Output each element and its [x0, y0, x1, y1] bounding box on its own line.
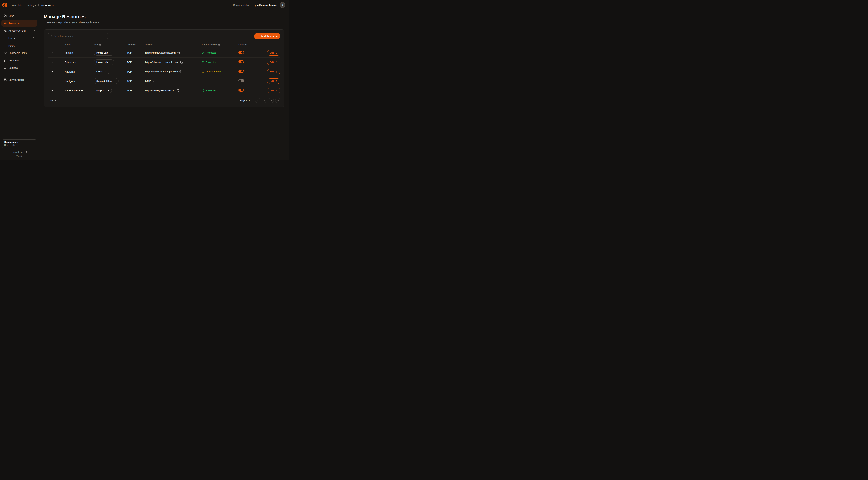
column-label: Authentication [202, 43, 217, 46]
sidebar-item-settings[interactable]: Settings [1, 64, 37, 71]
pangolin-logo-icon [2, 2, 11, 8]
copy-icon[interactable] [180, 61, 183, 63]
last-page-button[interactable] [275, 98, 280, 103]
breadcrumb-org[interactable]: home-lab [11, 4, 21, 6]
open-source-label: Open Source [12, 151, 24, 153]
sort-icon [72, 43, 74, 46]
first-page-button[interactable] [255, 98, 260, 103]
sidebar-item-api-keys[interactable]: API Keys [1, 57, 37, 64]
edit-button[interactable]: Edit [267, 69, 280, 74]
row-menu-button[interactable] [50, 70, 54, 73]
edit-button[interactable]: Edit [267, 60, 280, 65]
auth-label: Protected [206, 51, 216, 54]
access-port: 5432 [145, 80, 151, 82]
plus-icon [257, 35, 259, 37]
column-label: Name [65, 43, 71, 46]
page-size-select[interactable]: 20 [48, 97, 59, 103]
table-header: Name Site Protocol Access Authentication [48, 41, 280, 48]
column-header-authentication[interactable]: Authentication [202, 43, 239, 46]
chevron-right-icon [270, 99, 273, 102]
enabled-toggle[interactable] [239, 70, 244, 73]
organization-selector[interactable]: Organization Home Lab [2, 139, 37, 148]
access-url: https://battery.example.com [145, 89, 175, 92]
key-icon [4, 59, 6, 62]
copy-icon[interactable] [177, 89, 180, 92]
sidebar-item-access-control[interactable]: Access Control [1, 27, 37, 34]
add-resource-button[interactable]: Add Resource [254, 33, 280, 39]
version-label: v1.3.0 [2, 155, 37, 157]
search-input[interactable] [54, 35, 106, 37]
search-box [48, 33, 108, 39]
sidebar-item-sites[interactable]: Sites [1, 12, 37, 19]
edit-button[interactable]: Edit [267, 79, 280, 84]
site-badge[interactable]: Office [94, 69, 110, 74]
copy-icon[interactable] [177, 52, 180, 54]
auth-status: Protected [202, 89, 239, 92]
column-header-site[interactable]: Site [94, 43, 127, 46]
site-badge[interactable]: Second Office [94, 78, 119, 84]
edit-label: Edit [270, 61, 274, 63]
sidebar-item-roles[interactable]: Roles [1, 42, 37, 49]
column-header-protocol: Protocol [127, 43, 145, 46]
page-subtitle: Create secure proxies to your private ap… [44, 21, 284, 24]
combine-icon [4, 14, 6, 18]
sidebar-item-label: API Keys [8, 59, 19, 62]
organization-label: Organization [4, 141, 18, 143]
row-menu-button[interactable] [50, 89, 54, 92]
chevron-down-icon [33, 30, 35, 32]
site-badge[interactable]: Home Lab [94, 59, 114, 65]
chevron-down-icon [55, 99, 57, 101]
enabled-toggle[interactable] [239, 79, 244, 82]
arrow-right-icon [275, 89, 278, 92]
page-size-value: 20 [50, 99, 53, 102]
auth-label: Not Protected [206, 70, 221, 73]
column-header-name[interactable]: Name [65, 43, 94, 46]
main-content: Manage Resources Create secure proxies t… [39, 10, 289, 160]
sidebar-item-server-admin[interactable]: Server Admin [1, 77, 37, 83]
table-row: Immich Home Lab TCP https://immich.examp… [48, 48, 280, 58]
enabled-toggle[interactable] [239, 89, 244, 92]
table-row: Bitwarden Home Lab TCP https://bitwarden… [48, 58, 280, 67]
edit-button[interactable]: Edit [267, 50, 280, 56]
site-name: Office [96, 70, 103, 73]
next-page-button[interactable] [269, 98, 274, 103]
site-name: Edge 01 [96, 89, 105, 92]
open-source-link[interactable]: Open Source [2, 151, 37, 153]
access-url: https://bitwarden.example.com [145, 61, 178, 63]
auth-status: Protected [202, 61, 239, 63]
external-link-icon [25, 151, 27, 153]
add-resource-label: Add Resource [261, 35, 278, 37]
row-menu-button[interactable] [50, 51, 54, 55]
copy-icon[interactable] [180, 70, 182, 73]
table-row: Postgres Second Office TCP 5432 - Edit [48, 77, 280, 86]
shield-check-icon [202, 52, 205, 54]
access-url: https://immich.example.com [145, 51, 176, 54]
protocol: TCP [127, 89, 145, 92]
row-menu-button[interactable] [50, 61, 54, 64]
breadcrumb-section[interactable]: settings [27, 4, 36, 6]
enabled-toggle[interactable] [239, 51, 244, 54]
sidebar-item-resources[interactable]: Resources [1, 20, 37, 27]
protocol: TCP [127, 70, 145, 73]
site-name: Home Lab [96, 51, 108, 54]
resource-name: Bitwarden [65, 61, 94, 64]
edit-button[interactable]: Edit [267, 88, 280, 93]
breadcrumb: home-lab settings resources [11, 4, 54, 6]
sidebar-item-users[interactable]: Users [1, 35, 37, 41]
site-name: Second Office [96, 80, 112, 82]
chevron-right-icon [33, 37, 35, 39]
resource-name: Postgres [65, 80, 94, 83]
previous-page-button[interactable] [262, 98, 267, 103]
shield-off-icon [202, 70, 205, 73]
sidebar-item-shareable-links[interactable]: Shareable Links [1, 50, 37, 56]
site-badge[interactable]: Edge 01 [94, 88, 112, 93]
documentation-link[interactable]: Documentation [233, 4, 250, 6]
column-header-enabled: Enabled [239, 43, 262, 46]
arrow-up-right-icon [109, 52, 112, 54]
avatar[interactable]: J [280, 2, 285, 8]
enabled-toggle[interactable] [239, 60, 244, 63]
copy-icon[interactable] [153, 80, 155, 82]
resources-card: Add Resource Name Site Protocol Acc [44, 29, 284, 107]
site-badge[interactable]: Home Lab [94, 50, 114, 56]
row-menu-button[interactable] [50, 80, 54, 83]
